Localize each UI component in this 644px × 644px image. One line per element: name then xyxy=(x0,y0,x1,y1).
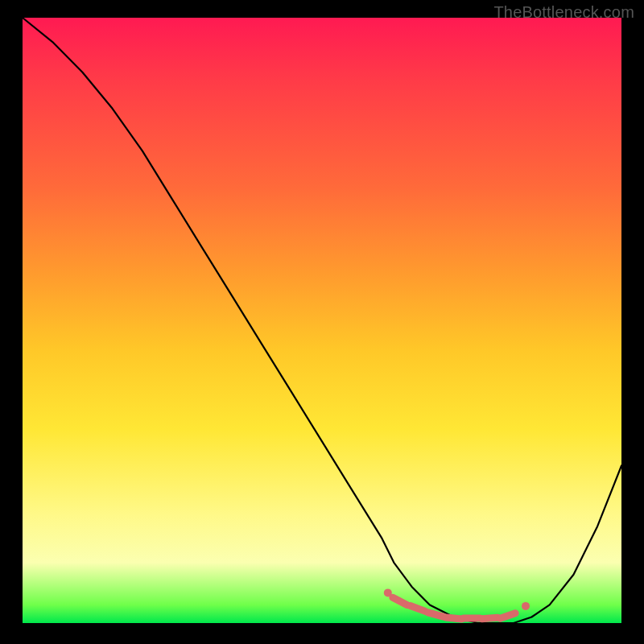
chart-plot-area xyxy=(23,18,621,623)
optimal-marker-dash xyxy=(411,606,426,612)
bottleneck-curve-line xyxy=(23,18,621,623)
optimal-marker-dash xyxy=(393,597,407,605)
chart-svg xyxy=(23,18,621,623)
optimal-marker-dash xyxy=(446,617,462,619)
optimal-marker-dash xyxy=(481,617,497,618)
optimal-marker-dash xyxy=(428,613,444,617)
optimal-marker-dash xyxy=(500,613,515,618)
optimal-marker-dot xyxy=(522,602,530,610)
watermark-text: TheBottleneck.com xyxy=(493,3,634,22)
optimal-region-markers xyxy=(384,588,530,619)
